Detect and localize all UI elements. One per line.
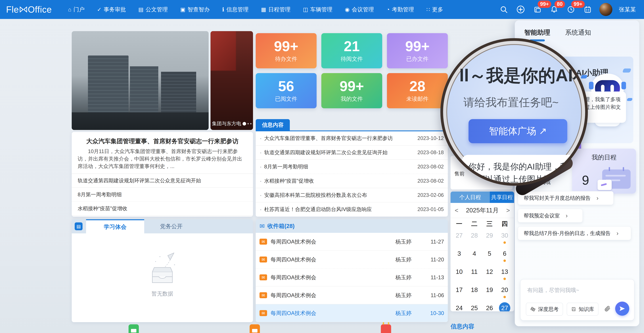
search-icon[interactable] (499, 4, 509, 15)
nav-item-事务审批[interactable]: ✓事务审批 (97, 6, 126, 13)
nav-item-会议管理[interactable]: ◉会议管理 (345, 6, 374, 13)
nav-item-门户[interactable]: ⌂门户 (68, 6, 84, 13)
tab-personal-schedule[interactable]: 个人日程 (450, 192, 490, 203)
carousel-photo-side[interactable]: 集团与东方电 (210, 31, 253, 130)
tab-ai-assistant[interactable]: 智能助理 (524, 28, 550, 37)
calendar-day[interactable]: 30 (497, 230, 512, 244)
calendar-day[interactable]: 5 (482, 248, 497, 262)
mail-row[interactable]: ✉每周四OA技术例会杨玉婷11-20 (256, 251, 448, 268)
nav-item-日程管理[interactable]: ▦日程管理 (261, 6, 290, 13)
nav-item-考勤管理[interactable]: ◔考勤管理 (386, 6, 414, 13)
calendar-day[interactable]: 17 (452, 284, 467, 299)
tab-info-content[interactable]: 信息内容 (256, 119, 290, 131)
quickapp-green-icon[interactable] (128, 324, 139, 333)
info-row[interactable]: ·大众汽车集团管理董事、首席财务官安砺志一行来肥参访2023-10-12 (256, 131, 448, 146)
calendar-day[interactable]: 3 (452, 248, 467, 262)
agent-plaza-button[interactable]: 智能体广场 ↗ (468, 119, 567, 143)
mail-row[interactable]: ✉每周四OA技术例会杨玉婷10-30 (256, 304, 448, 322)
add-icon[interactable] (516, 4, 526, 15)
carousel-dot[interactable] (248, 123, 249, 124)
carousel-dot[interactable] (250, 123, 252, 124)
bell-icon[interactable]: 80 (549, 4, 559, 15)
empty-state: 暂无数据 (72, 233, 253, 314)
app-logo[interactable]: Fle Office (6, 4, 52, 15)
stat-card-未读邮件[interactable]: 28未读邮件 (387, 73, 448, 108)
news-headline[interactable]: 大众汽车集团管理董事、首席财务官安砺志一行来肥参访 (72, 132, 253, 146)
info-row[interactable]: ·安徽高招本科第二批院校投档分数及名次公布2023-02-06 (256, 188, 448, 202)
calendar-day[interactable]: 12 (482, 266, 497, 281)
nav-item-信息管理[interactable]: ℹ信息管理 (222, 6, 248, 13)
calendar-day[interactable]: 27 (452, 230, 467, 244)
calendar-day[interactable]: 25 (467, 302, 482, 311)
stat-card-待阅文件[interactable]: 21待阅文件 (321, 33, 382, 68)
my-schedule-card[interactable]: 我的日程 9 (572, 149, 636, 194)
calendar-day[interactable]: 27 (497, 302, 512, 311)
paperclip-icon[interactable] (604, 305, 610, 312)
suggestion-chip[interactable]: 帮我写封关于月度总结的报告› (518, 191, 614, 205)
send-button[interactable] (615, 301, 629, 316)
calendar-day[interactable]: 29 (482, 230, 497, 244)
calendar-day[interactable]: 10 (452, 266, 467, 281)
calendar-day[interactable]: 19 (482, 284, 497, 299)
calendar-day[interactable]: 13 (497, 266, 512, 281)
calendar-day[interactable]: 6 (497, 248, 512, 262)
info-row[interactable]: ·8月第一周考勤明细2023-08-02 (256, 160, 448, 174)
carousel-photo-main[interactable] (72, 31, 208, 130)
tab-party-affairs[interactable]: 党务公开 (144, 219, 198, 233)
magnifier-lens: ll～我是你的AI小 请给我布置任务吧~ 智能体广场 ↗ 你好，我是你的AI助理… (440, 38, 588, 186)
quickapp-orange-icon[interactable] (250, 324, 260, 333)
assistant-input-card[interactable]: 有问题，尽管问我哦~ 深度思考 知识库 (520, 279, 634, 320)
info-row[interactable]: ·杜苏芮逼近！合肥交通启动防台风IV级应急响应2023-01-05 (256, 202, 448, 216)
day-number: 27 (499, 302, 510, 311)
calendar-icon[interactable] (582, 4, 593, 15)
news-list-item[interactable]: 8月第一周考勤明细 (72, 188, 253, 202)
nav-item-更多[interactable]: ∷更多 (426, 6, 443, 13)
nav-item-公文管理[interactable]: ▤公文管理 (138, 6, 168, 13)
next-month-arrow[interactable]: > (506, 207, 510, 214)
suggestion-chip[interactable]: 帮我总结7月份-月份的日志，生成报告› (518, 226, 631, 240)
clock-icon[interactable]: 99+ (566, 4, 576, 15)
knowledge-base-button[interactable]: 知识库 (567, 303, 598, 316)
bullet-dot: · (260, 206, 262, 213)
info-row[interactable]: ·轨道交通第四期建设规划环评第二次公众意见征询开始2023-08-18 (256, 146, 448, 160)
tab-study[interactable]: 学习体会 (86, 219, 144, 233)
nav-item-label: 智查智办 (188, 6, 210, 13)
suggestion-chip[interactable]: 帮我预定会议室› (518, 209, 583, 222)
calendar-day[interactable]: 26 (482, 302, 497, 311)
tab-shared-schedule[interactable]: 共享日程 (490, 192, 514, 203)
stat-card-已办文件[interactable]: 99+已办文件 (387, 33, 448, 68)
calendar-day[interactable]: 11 (467, 266, 482, 281)
nav-item-智查智办[interactable]: ▣智查智办 (180, 6, 210, 13)
user-avatar[interactable] (599, 3, 612, 16)
info-row[interactable]: ·水稻接种“疫苗”促增收2023-08-02 (256, 174, 448, 188)
news-list-item[interactable]: 轨道交通第四期建设规划环评第二次公众意见征询开始 (72, 174, 253, 188)
carousel-dot-active[interactable] (242, 122, 246, 126)
stat-card-已阅文件[interactable]: 56已阅文件 (256, 73, 316, 108)
mail-row[interactable]: ✉每周四OA技术例会杨玉婷11-13 (256, 268, 448, 286)
nav-item-车辆管理[interactable]: ◫车辆管理 (303, 6, 332, 13)
mail-row[interactable]: ✉每周四OA技术例会杨玉婷11-06 (256, 286, 448, 304)
weekday-label: 四 (497, 220, 512, 228)
calendar-day[interactable]: 20 (497, 284, 512, 299)
user-name[interactable]: 张某某 (619, 6, 636, 13)
tab-system-notice[interactable]: 系统通知 (565, 28, 591, 37)
calendar-day[interactable]: 4 (467, 248, 482, 262)
atom-icon (530, 306, 536, 312)
deco-chip (622, 69, 631, 73)
stat-card-待办文件[interactable]: 99+待办文件 (256, 33, 316, 68)
news-list-item[interactable]: 水稻接种“疫苗”促增收 (72, 202, 253, 216)
news-panel: 大众汽车集团管理董事、首席财务官安砺志一行来肥参访 10月11日，大众汽车集团管… (72, 132, 253, 217)
stat-card-我的文件[interactable]: 99+我的文件 (321, 73, 382, 108)
calendar-tabbar: 个人日程 共享日程 (450, 192, 514, 203)
prev-month-arrow[interactable]: < (455, 207, 458, 214)
mail-row[interactable]: ✉每周四OA技术例会杨玉婷11-27 (256, 233, 448, 251)
calendar-day[interactable]: 24 (452, 302, 467, 311)
deep-think-button[interactable]: 深度思考 (526, 303, 563, 316)
calendar-day[interactable]: 28 (467, 230, 482, 244)
quickapp-red-icon[interactable] (381, 324, 391, 333)
tasks-icon[interactable]: 99+ (532, 4, 542, 15)
nav-item-icon: ✓ (97, 7, 102, 12)
calendar-day[interactable]: 18 (467, 284, 482, 299)
mail-date: 11-20 (425, 256, 444, 263)
inbox-title[interactable]: 收件箱(28) (268, 222, 295, 230)
